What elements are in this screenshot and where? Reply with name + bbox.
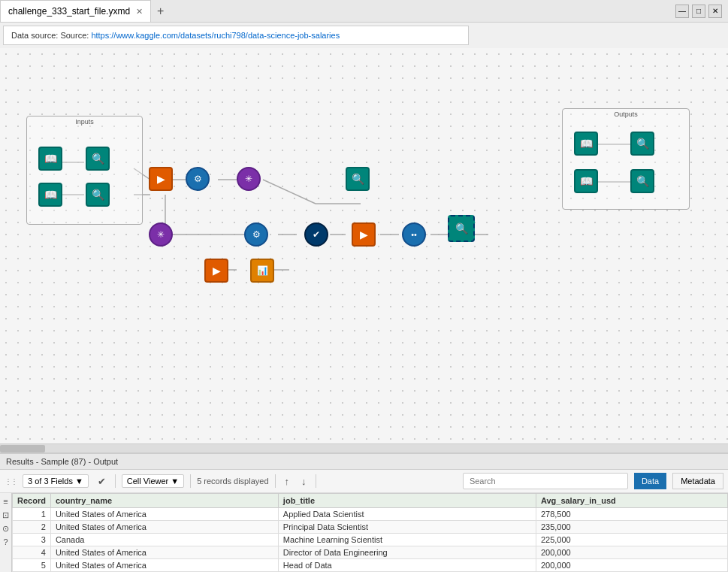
tab-close-icon[interactable]: ✕ — [136, 7, 143, 17]
tab-add-button[interactable]: + — [151, 5, 170, 18]
table-row[interactable]: 1 United States of America Applied Data … — [13, 508, 728, 521]
col-job[interactable]: job_title — [278, 494, 536, 508]
cell-record: 2 — [13, 521, 51, 534]
separator-3 — [275, 474, 276, 488]
table-icon-3[interactable]: ⊙ — [2, 522, 9, 535]
cell-job: Applied Data Scientist — [278, 508, 536, 521]
read-node-1[interactable]: 📖 — [38, 147, 62, 171]
cell-job: Principal Data Scientist — [278, 521, 536, 534]
viewer-selector[interactable]: Cell Viewer ▼ — [122, 474, 184, 488]
summarize-node-1[interactable]: ▶ — [149, 167, 173, 191]
browse-node-4[interactable]: 🔍 — [448, 215, 475, 242]
svg-line-12 — [263, 180, 316, 204]
viewer-label: Cell Viewer — [127, 477, 168, 486]
datasource-bar: Data source: Source: https://www.kaggle.… — [3, 26, 469, 45]
results-panel: Results - Sample (87) - Output ⋮⋮ 3 of 3… — [0, 452, 728, 572]
scrollbar-thumb[interactable] — [0, 445, 45, 452]
datasource-link[interactable]: https://www.kaggle.com/datasets/ruchi798… — [91, 31, 340, 40]
cell-country: Canada — [50, 534, 278, 546]
fields-label: 3 of 3 Fields — [28, 477, 73, 486]
cell-country: United States of America — [50, 521, 278, 534]
cell-job: Head of Data — [278, 559, 536, 572]
minimize-button[interactable]: — — [675, 5, 689, 18]
results-header: Results - Sample (87) - Output — [0, 454, 728, 470]
col-record: Record — [13, 494, 51, 508]
browse-node-3[interactable]: 🔍 — [346, 167, 370, 191]
table-icon-1[interactable]: ≡ — [2, 495, 9, 508]
records-count: 5 records displayed — [197, 477, 268, 486]
tab-bar: challenge_333_start_file.yxmd ✕ + — □ ✕ — [0, 0, 728, 23]
cell-salary: 200,000 — [536, 546, 727, 559]
cell-job: Director of Data Engineering — [278, 546, 536, 559]
inputs-group: Inputs 📖 🔍 📖 🔍 — [26, 116, 143, 225]
filter-node[interactable]: ✔ — [304, 222, 328, 247]
cell-country: United States of America — [50, 559, 278, 572]
maximize-button[interactable]: □ — [692, 5, 705, 18]
join-node[interactable]: ⚙ — [186, 167, 210, 191]
separator-2 — [190, 474, 191, 488]
table-row[interactable]: 4 United States of America Director of D… — [13, 546, 728, 559]
table-icon-2[interactable]: ⊡ — [2, 508, 9, 522]
network-node[interactable]: ✳ — [237, 167, 261, 191]
browse-node-out-1[interactable]: 🔍 — [630, 132, 654, 156]
inputs-group-label: Inputs — [75, 118, 94, 126]
cell-salary: 278,500 — [536, 508, 727, 521]
cell-job: Machine Learning Scientist — [278, 534, 536, 546]
sort-desc-button[interactable]: ↓ — [298, 474, 310, 489]
canvas-scrollbar[interactable] — [0, 443, 728, 452]
cell-salary: 200,000 — [536, 559, 727, 572]
sort-asc-button[interactable]: ↑ — [282, 474, 293, 489]
browse-node-out-2[interactable]: 🔍 — [630, 169, 654, 193]
results-table: Record country_name job_title Avg_salary… — [12, 493, 728, 572]
table-row[interactable]: 3 Canada Machine Learning Scientist 225,… — [13, 534, 728, 546]
separator-1 — [115, 474, 116, 488]
fields-dropdown-icon: ▼ — [75, 477, 83, 486]
col-country[interactable]: country_name — [50, 494, 278, 508]
cell-record: 4 — [13, 546, 51, 559]
results-toolbar: ⋮⋮ 3 of 3 Fields ▼ ✔ Cell Viewer ▼ 5 rec… — [0, 470, 728, 493]
table-icon-4[interactable]: ? — [2, 535, 9, 549]
results-title: Results - Sample (87) - Output — [6, 457, 118, 466]
table-outer: ≡ ⊡ ⊙ ? Record country_name job_title Av… — [0, 493, 728, 572]
outputs-group: Outputs 📖 🔍 📖 🔍 — [562, 108, 690, 210]
summarize-node-2[interactable]: ▶ — [352, 222, 376, 247]
fields-selector[interactable]: 3 of 3 Fields ▼ — [23, 474, 89, 488]
active-tab[interactable]: challenge_333_start_file.yxmd ✕ — [0, 0, 151, 22]
outputs-group-label: Outputs — [614, 110, 638, 118]
confirm-fields-button[interactable]: ✔ — [95, 474, 109, 489]
dots-node[interactable]: •• — [402, 222, 426, 247]
cell-salary: 235,000 — [536, 521, 727, 534]
table-left-icons: ≡ ⊡ ⊙ ? — [0, 493, 12, 572]
read-node-2[interactable]: 📖 — [38, 183, 62, 207]
datasource-prefix: Data source: Source: — [11, 31, 91, 40]
cell-country: United States of America — [50, 508, 278, 521]
join-node-2[interactable]: ⚙ — [244, 222, 268, 247]
cell-salary: 225,000 — [536, 534, 727, 546]
col-salary[interactable]: Avg_salary_in_usd — [536, 494, 727, 508]
cell-country: United States of America — [50, 546, 278, 559]
tab-label: challenge_333_start_file.yxmd — [8, 6, 130, 17]
table-row[interactable]: 2 United States of America Principal Dat… — [13, 521, 728, 534]
table-wrapper: Record country_name job_title Avg_salary… — [12, 493, 728, 572]
metadata-button[interactable]: Metadata — [672, 473, 723, 489]
workflow-canvas[interactable]: Inputs 📖 🔍 📖 🔍 ▶ ⚙ ✳ 🔍 ✳ ⚙ — [0, 48, 728, 443]
cell-record: 3 — [13, 534, 51, 546]
report-node[interactable]: 📊 — [250, 259, 274, 283]
viewer-dropdown-icon: ▼ — [171, 477, 179, 486]
cell-record: 5 — [13, 559, 51, 572]
browse-node-1[interactable]: 🔍 — [86, 147, 110, 171]
network-node-2[interactable]: ✳ — [149, 222, 173, 247]
read-node-out-2[interactable]: 📖 — [574, 169, 598, 193]
search-input[interactable] — [463, 473, 628, 489]
table-row[interactable]: 5 United States of America Head of Data … — [13, 559, 728, 572]
search-area — [322, 473, 628, 489]
cell-record: 1 — [13, 508, 51, 521]
window-controls: — □ ✕ — [675, 5, 728, 18]
grip-icon: ⋮⋮ — [5, 477, 17, 486]
read-node-out-1[interactable]: 📖 — [574, 132, 598, 156]
browse-node-2[interactable]: 🔍 — [86, 183, 110, 207]
close-button[interactable]: ✕ — [708, 5, 722, 18]
data-button[interactable]: Data — [634, 473, 666, 489]
separator-4 — [316, 474, 316, 488]
summarize-node-3[interactable]: ▶ — [204, 259, 228, 283]
